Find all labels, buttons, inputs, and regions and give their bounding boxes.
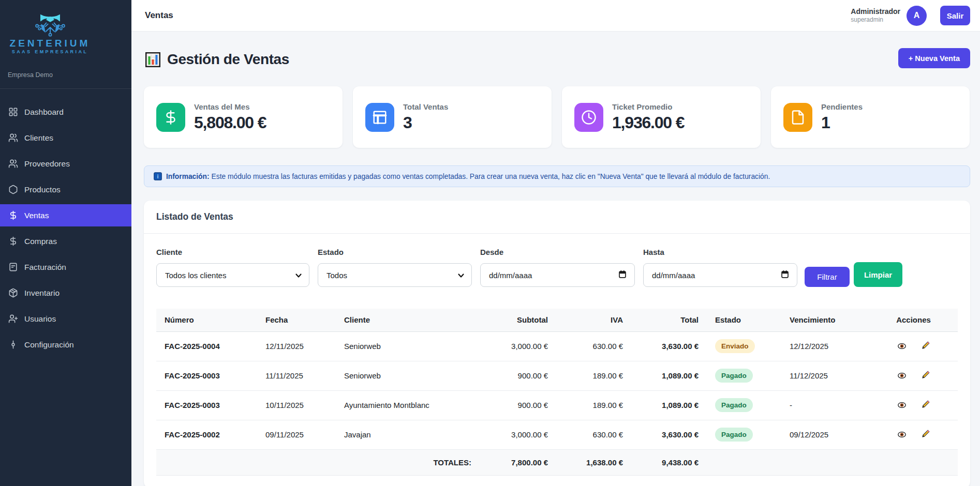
svg-text:i: i [157, 173, 158, 179]
